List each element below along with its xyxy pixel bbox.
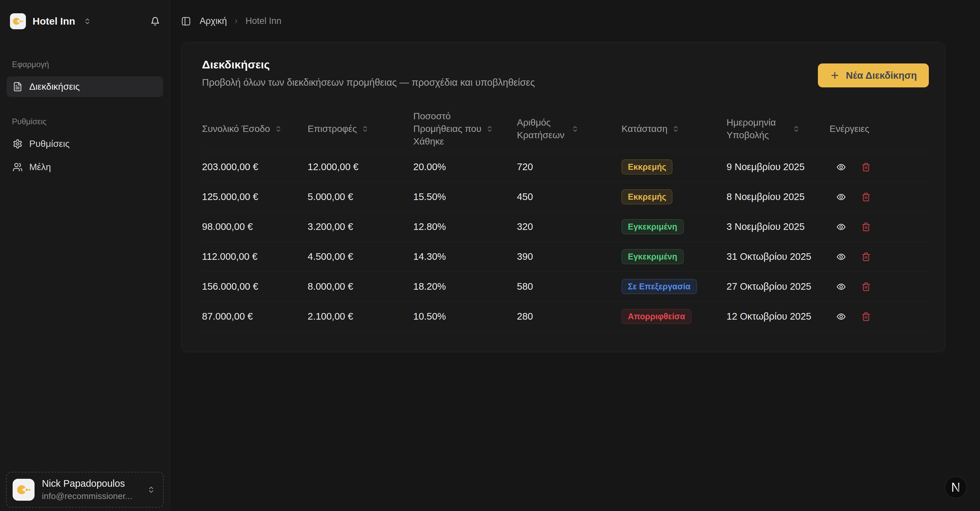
- eye-icon: [836, 162, 846, 172]
- claims-card: Διεκδικήσεις Προβολή όλων των διεκδικήσε…: [181, 42, 945, 352]
- eye-icon: [836, 282, 846, 292]
- table-row: 98.000,00 € 3.200,00 € 12.80% 320 Εγκεκρ…: [202, 212, 929, 242]
- eye-icon: [836, 192, 846, 202]
- cell-submission-date: 12 Οκτωβρίου 2025: [727, 311, 829, 322]
- sidebar-item-label: Ρυθμίσεις: [29, 138, 70, 149]
- users-icon: [13, 162, 22, 172]
- sidebar-item-claims[interactable]: Διεκδικήσεις: [6, 76, 163, 97]
- table-body: 203.000,00 € 12.000,00 € 20.00% 720 Εκκρ…: [202, 152, 929, 331]
- cell-actions: [829, 312, 929, 322]
- cell-commission-lost-pct: 20.00%: [413, 161, 517, 172]
- status-badge: Εγκεκριμένη: [622, 219, 684, 234]
- column-header[interactable]: Κατάσταση: [622, 123, 727, 135]
- column-header[interactable]: Αριθμός Κρατήσεων: [517, 116, 622, 142]
- trash-icon: [861, 162, 871, 172]
- cell-bookings-count: 280: [517, 311, 622, 322]
- column-header[interactable]: Ενέργειες: [829, 123, 929, 135]
- delete-button[interactable]: [861, 252, 871, 261]
- breadcrumb-link-home[interactable]: Αρχική: [200, 16, 227, 26]
- cell-refunds: 5.000,00 €: [308, 191, 413, 202]
- delete-button[interactable]: [861, 222, 871, 232]
- status-badge: Απορριφθείσα: [622, 309, 691, 324]
- notifications-button[interactable]: [151, 17, 160, 26]
- column-header[interactable]: Επιστροφές: [308, 123, 413, 135]
- sort-icon: [361, 125, 369, 132]
- view-button[interactable]: [836, 222, 846, 232]
- sort-icon: [793, 125, 800, 132]
- bell-icon: [151, 17, 160, 26]
- cell-actions: [829, 162, 929, 172]
- nextjs-logo-icon: N: [951, 481, 960, 494]
- file-text-icon: [13, 82, 22, 92]
- cell-commission-lost-pct: 15.50%: [413, 191, 517, 202]
- gear-icon: [13, 139, 22, 149]
- column-header-label: Συνολικό Έσοδο: [202, 123, 270, 135]
- cell-status: Απορριφθείσα: [622, 309, 727, 324]
- cell-bookings-count: 450: [517, 191, 622, 202]
- cell-submission-date: 31 Οκτωβρίου 2025: [727, 251, 829, 262]
- panel-left-icon: [181, 16, 191, 26]
- view-button[interactable]: [836, 252, 846, 262]
- column-header[interactable]: Ημερομηνία Υποβολής: [727, 116, 829, 142]
- cell-total-revenue: 125.000,00 €: [202, 191, 308, 202]
- eye-icon: [836, 252, 846, 262]
- workspace-name: Hotel Inn: [33, 16, 75, 27]
- table-row: 156.000,00 € 8.000,00 € 18.20% 580 Σε Επ…: [202, 272, 929, 302]
- cell-bookings-count: 580: [517, 281, 622, 292]
- eye-icon: [836, 312, 846, 322]
- delete-button[interactable]: [861, 312, 871, 321]
- chevrons-up-down-icon: [147, 486, 155, 494]
- sidebar-toggle-button[interactable]: [181, 16, 191, 26]
- cell-bookings-count: 720: [517, 161, 622, 172]
- cell-commission-lost-pct: 10.50%: [413, 311, 517, 322]
- claims-table: Συνολικό Έσοδο Επιστροφές Ποσοστό Προμήθ…: [181, 106, 945, 331]
- trash-icon: [861, 312, 871, 321]
- view-button[interactable]: [836, 162, 846, 172]
- sidebar-item-settings[interactable]: Ρυθμίσεις: [6, 134, 163, 154]
- sort-icon: [486, 125, 493, 132]
- plus-icon: [830, 70, 840, 80]
- cell-total-revenue: 87.000,00 €: [202, 311, 308, 322]
- page-title: Διεκδικήσεις: [202, 57, 535, 72]
- sort-icon: [571, 125, 579, 132]
- cell-bookings-count: 320: [517, 221, 622, 232]
- cell-refunds: 4.500,00 €: [308, 251, 413, 262]
- trash-icon: [861, 252, 871, 261]
- cell-refunds: 8.000,00 €: [308, 281, 413, 292]
- cell-actions: [829, 222, 929, 232]
- nextjs-devtools-button[interactable]: N: [945, 476, 967, 498]
- column-header-label: Ποσοστό Προμήθειας που Χάθηκε: [413, 110, 481, 148]
- column-header-label: Αριθμός Κρατήσεων: [517, 116, 567, 142]
- table-row: 203.000,00 € 12.000,00 € 20.00% 720 Εκκρ…: [202, 152, 929, 182]
- cell-total-revenue: 112.000,00 €: [202, 251, 308, 262]
- sort-icon: [672, 125, 679, 132]
- workspace-switcher[interactable]: Hotel Inn: [10, 13, 91, 29]
- sidebar-item-label: Μέλη: [29, 162, 51, 172]
- view-button[interactable]: [836, 282, 846, 292]
- sidebar-item-members[interactable]: Μέλη: [6, 157, 163, 177]
- nav-section-label: Εφαρμογή: [0, 60, 170, 69]
- delete-button[interactable]: [861, 282, 871, 291]
- user-name: Nick Papadopoulos: [42, 478, 132, 489]
- cell-commission-lost-pct: 14.30%: [413, 251, 517, 262]
- cell-actions: [829, 192, 929, 202]
- cell-actions: [829, 252, 929, 262]
- cell-bookings-count: 390: [517, 251, 622, 262]
- column-header[interactable]: Ποσοστό Προμήθειας που Χάθηκε: [413, 110, 517, 148]
- sidebar-item-label: Διεκδικήσεις: [29, 81, 80, 92]
- main-content: Αρχική Hotel Inn Διεκδικήσεις Προβολή όλ…: [170, 0, 980, 511]
- view-button[interactable]: [836, 192, 846, 202]
- column-header-label: Ενέργειες: [829, 123, 869, 135]
- status-badge: Εγκεκριμένη: [622, 249, 684, 264]
- cell-submission-date: 9 Νοεμβρίου 2025: [727, 161, 829, 172]
- cell-refunds: 12.000,00 €: [308, 161, 413, 172]
- column-header[interactable]: Συνολικό Έσοδο: [202, 123, 308, 135]
- delete-button[interactable]: [861, 162, 871, 172]
- new-claim-button[interactable]: Νέα Διεκδίκηση: [818, 64, 929, 88]
- cell-submission-date: 8 Νοεμβρίου 2025: [727, 191, 829, 202]
- user-menu[interactable]: Nick Papadopoulos info@recommissioner...: [6, 472, 164, 508]
- status-badge: Εκκρεμής: [622, 159, 672, 174]
- delete-button[interactable]: [861, 193, 871, 202]
- cell-status: Εκκρεμής: [622, 189, 727, 204]
- view-button[interactable]: [836, 312, 846, 322]
